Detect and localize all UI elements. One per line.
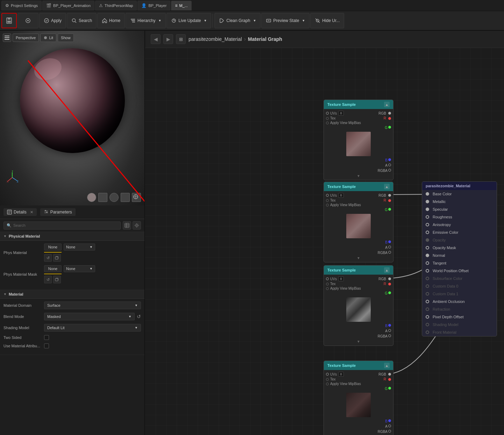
node-2-expand[interactable]: ▼ xyxy=(324,255,393,261)
output-pin-subsurface-color[interactable]: Subsurface Color xyxy=(422,275,497,282)
forward-button[interactable]: ▶ xyxy=(163,34,173,44)
node-3-a-out-pin[interactable] xyxy=(388,329,391,332)
back-button[interactable]: ◀ xyxy=(151,34,161,44)
node-3-b-out-pin[interactable] xyxy=(388,324,391,327)
node-2-rgba-out-pin[interactable] xyxy=(388,251,391,254)
ctrl-plane[interactable] xyxy=(98,193,107,202)
node-1-tex-pin[interactable] xyxy=(326,117,329,120)
node-3-uvs-pin[interactable] xyxy=(326,277,329,280)
settings-button[interactable] xyxy=(133,221,141,230)
node-4-rgba-out-pin[interactable] xyxy=(388,430,391,433)
node-1-rgb-out-pin[interactable] xyxy=(388,112,391,115)
node-2-rgb-out-pin[interactable] xyxy=(388,194,391,197)
output-pin-base-color[interactable]: Base Color xyxy=(422,190,497,198)
save-button[interactable] xyxy=(1,13,17,28)
node-3-mipbias-pin[interactable] xyxy=(326,287,329,290)
node-2-r-out-pin[interactable] xyxy=(388,199,391,202)
hide-unrelated-button[interactable]: Hide Ur... xyxy=(310,13,344,28)
node-3-rgb-out-pin[interactable] xyxy=(388,277,391,280)
clean-graph-button[interactable]: Clean Graph ▼ xyxy=(214,13,261,28)
viewport-menu-button[interactable] xyxy=(3,34,11,42)
preview-state-button[interactable]: Preview State ▼ xyxy=(261,13,310,28)
node-3-collapse[interactable]: ▲ xyxy=(384,267,390,273)
output-pin-normal[interactable]: Normal xyxy=(422,252,497,259)
tab-material[interactable]: ≡ M_... xyxy=(171,1,191,10)
fit-view-button[interactable]: ⊞ xyxy=(176,34,186,44)
phys-material-reset-button[interactable]: ↺ xyxy=(44,254,52,262)
node-4-collapse[interactable]: ▲ xyxy=(384,363,390,368)
node-1-r-out-pin[interactable] xyxy=(388,117,391,120)
hierarchy-button[interactable]: Hierarchy ▼ xyxy=(126,13,166,28)
node-4-b-out-pin[interactable] xyxy=(388,419,391,422)
phys-material-value[interactable]: None xyxy=(44,244,62,251)
tab-third-person-map[interactable]: ⚠ ThirdPersonMap xyxy=(95,1,137,10)
output-pin-opacity-mask[interactable]: Opacity Mask xyxy=(422,244,497,252)
node-1-g-out-pin[interactable] xyxy=(388,126,391,129)
node-4-uvs-pin[interactable] xyxy=(326,373,329,376)
node-4-mipbias-pin[interactable] xyxy=(326,383,329,385)
physical-material-section-header[interactable]: ▼ Physical Material xyxy=(0,232,144,241)
output-pin-custom-data-0[interactable]: Custom Data 0 xyxy=(422,282,497,290)
lit-button[interactable]: Lit xyxy=(40,34,56,42)
tab-bp-player-animation[interactable]: 🎬 BP_Player_Animation xyxy=(42,1,94,10)
node-2-g-out-pin[interactable] xyxy=(388,208,391,211)
node-1-b-out-pin[interactable] xyxy=(388,158,391,161)
phys-material-mask-dropdown[interactable]: None ▼ xyxy=(64,265,95,272)
output-pin-world-position-offset[interactable]: World Position Offset xyxy=(422,267,497,275)
ctrl-cylinder[interactable] xyxy=(109,193,119,202)
tab-bp-player[interactable]: 👤 BP_Player xyxy=(137,1,170,10)
node-4-tex-pin[interactable] xyxy=(326,378,329,381)
node-1-uvs-pin[interactable] xyxy=(326,112,329,115)
output-pin-shading-model[interactable]: Shading Model xyxy=(422,321,497,328)
material-domain-dropdown[interactable]: Surface ▼ xyxy=(44,302,141,309)
blend-mode-reset-button[interactable]: ↺ xyxy=(137,314,141,319)
material-section-header[interactable]: ▼ Material xyxy=(0,290,144,299)
node-2-tex-pin[interactable] xyxy=(326,199,329,202)
phys-material-mask-reset-button[interactable]: ↺ xyxy=(44,276,52,283)
perspective-button[interactable]: Perspective xyxy=(13,34,39,42)
node-4-r-out-pin[interactable] xyxy=(388,378,391,381)
phys-material-mask-browse-button[interactable] xyxy=(53,276,61,283)
ctrl-sphere[interactable] xyxy=(87,193,96,202)
output-pin-roughness[interactable]: Roughness xyxy=(422,213,497,221)
output-pin-refraction[interactable]: Refraction xyxy=(422,305,497,313)
node-3-expand[interactable]: ▼ xyxy=(324,339,393,344)
node-2-collapse[interactable]: ▲ xyxy=(384,184,390,189)
details-tab[interactable]: Details ✕ xyxy=(3,208,37,216)
blend-mode-dropdown[interactable]: Masked ▼ xyxy=(44,313,135,320)
node-4-g-out-pin[interactable] xyxy=(388,387,391,390)
node-3-rgba-out-pin[interactable] xyxy=(388,334,391,337)
output-pin-anisotropy[interactable]: Anisotropy xyxy=(422,221,497,229)
two-sided-checkbox[interactable] xyxy=(44,335,49,340)
search-button[interactable]: Search xyxy=(67,13,97,28)
phys-material-dropdown[interactable]: None ▼ xyxy=(64,244,95,251)
node-3-r-out-pin[interactable] xyxy=(388,283,391,285)
table-view-button[interactable] xyxy=(123,221,131,230)
output-pin-pixel-depth-offset[interactable]: Pixel Depth Offset xyxy=(422,313,497,321)
node-1-mipbias-pin[interactable] xyxy=(326,122,329,124)
browse-button[interactable] xyxy=(17,13,38,28)
use-material-attrib-checkbox[interactable] xyxy=(44,343,49,348)
output-pin-specular[interactable]: Specular xyxy=(422,205,497,213)
show-button[interactable]: Show xyxy=(58,34,74,42)
tab-project-settings[interactable]: ⚙ Project Settings xyxy=(1,1,42,10)
output-pin-ambient-occlusion[interactable]: Ambient Occlusion xyxy=(422,298,497,305)
parameters-tab[interactable]: Parameters xyxy=(40,208,76,216)
output-pin-tangent[interactable]: Tangent xyxy=(422,259,497,267)
apply-button[interactable]: Apply xyxy=(39,13,66,28)
ctrl-custom[interactable] xyxy=(132,193,141,202)
live-update-button[interactable]: Live Update ▼ xyxy=(166,13,211,28)
output-pin-custom-data-1[interactable]: Custom Data 1 xyxy=(422,290,497,298)
node-2-a-out-pin[interactable] xyxy=(388,246,391,248)
node-1-rgba-out-pin[interactable] xyxy=(388,169,391,172)
node-2-b-out-pin[interactable] xyxy=(388,240,391,243)
graph-canvas[interactable]: Texture Sample ▲ UVs 0 RGB xyxy=(145,48,504,435)
node-4-rgb-out-pin[interactable] xyxy=(388,373,391,376)
output-pin-metallic[interactable]: Metallic xyxy=(422,198,497,205)
node-3-tex-pin[interactable] xyxy=(326,283,329,285)
search-input-box[interactable]: 🔍 Search xyxy=(3,222,121,230)
phys-material-mask-value[interactable]: None xyxy=(44,265,62,272)
output-pin-emissive-color[interactable]: Emissive Color xyxy=(422,229,497,236)
shading-model-dropdown[interactable]: Default Lit ▼ xyxy=(44,324,141,332)
node-1-collapse[interactable]: ▲ xyxy=(384,102,390,107)
